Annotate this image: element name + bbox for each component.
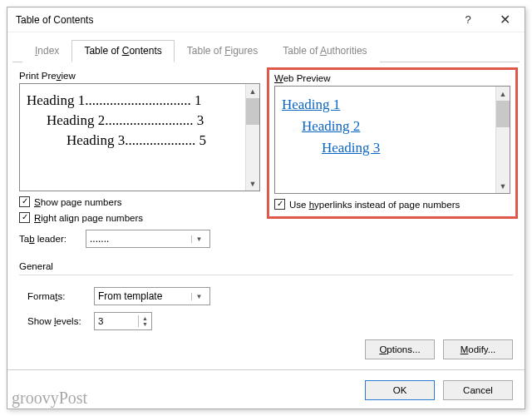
checkbox-use-hyperlinks[interactable]: Use hyperlinks instead of page numbers	[274, 199, 510, 210]
formats-select[interactable]: From template ▼	[94, 287, 210, 305]
scroll-up-icon[interactable]: ▲	[496, 87, 510, 101]
checkbox-show-page-numbers[interactable]: Show page numbers	[19, 196, 260, 207]
check-icon	[19, 212, 30, 223]
print-preview-line: Heading 1.............................. …	[27, 92, 239, 109]
print-preview-line: Heading 3.................... 5	[27, 132, 239, 149]
tab-table-of-contents[interactable]: Table of Contents	[71, 40, 174, 62]
close-button[interactable]: ✕	[486, 8, 523, 32]
scrollbar[interactable]: ▲ ▼	[245, 84, 259, 191]
tab-leader-value: .......	[90, 233, 109, 245]
tab-leader-label: Tab leader:	[19, 234, 79, 244]
help-button[interactable]: ?	[450, 8, 486, 32]
scrollbar[interactable]: ▲ ▼	[495, 87, 510, 193]
show-levels-value: 3	[95, 316, 138, 326]
tab-index[interactable]: Index	[22, 40, 71, 62]
general-label: General	[19, 261, 513, 271]
tab-table-of-figures[interactable]: Table of Figures	[175, 40, 270, 62]
print-preview-label: Print Preview	[19, 71, 260, 81]
dialog-content: Print Preview Heading 1.................…	[7, 62, 525, 409]
highlight-annotation: Web Preview Heading 1 Heading 2 Heading …	[267, 67, 518, 219]
toc-dialog: Table of Contents ? ✕ Index Table of Con…	[7, 7, 525, 409]
scroll-thumb[interactable]	[496, 101, 510, 127]
web-preview-link[interactable]: Heading 2	[282, 118, 489, 135]
check-icon	[274, 199, 285, 210]
check-icon	[19, 196, 30, 207]
window-title: Table of Contents	[16, 14, 450, 26]
tab-table-of-authorities[interactable]: Table of Authorities	[270, 40, 379, 62]
show-levels-label: Show levels:	[27, 316, 87, 326]
ok-button[interactable]: OK	[365, 380, 435, 400]
titlebar: Table of Contents ? ✕	[7, 7, 525, 32]
scroll-down-icon[interactable]: ▼	[496, 179, 510, 193]
web-preview-label: Web Preview	[274, 73, 510, 83]
formats-value: From template	[98, 290, 162, 302]
print-preview-box: Heading 1.............................. …	[19, 83, 260, 191]
options-button[interactable]: Options...	[365, 339, 435, 359]
tab-strip: Index Table of Contents Table of Figures…	[12, 32, 520, 62]
web-preview-box: Heading 1 Heading 2 Heading 3 ▲ ▼	[274, 86, 510, 194]
spinner-up-icon[interactable]: ▲	[139, 315, 151, 321]
scroll-thumb[interactable]	[246, 98, 259, 125]
formats-label: Formats:	[27, 291, 87, 301]
scroll-up-icon[interactable]: ▲	[246, 84, 259, 98]
modify-button[interactable]: Modify...	[443, 339, 513, 359]
checkbox-right-align-page-numbers[interactable]: Right align page numbers	[19, 212, 260, 223]
web-preview-link[interactable]: Heading 1	[282, 97, 489, 113]
print-preview-line: Heading 2......................... 3	[27, 112, 239, 129]
scroll-down-icon[interactable]: ▼	[246, 176, 259, 191]
show-levels-spinner[interactable]: 3 ▲ ▼	[94, 312, 152, 330]
tab-leader-select[interactable]: ....... ▼	[86, 230, 210, 248]
chevron-down-icon: ▼	[191, 293, 206, 300]
cancel-button[interactable]: Cancel	[443, 380, 513, 400]
web-preview-link[interactable]: Heading 3	[282, 140, 489, 156]
chevron-down-icon: ▼	[191, 235, 206, 243]
spinner-down-icon[interactable]: ▼	[139, 321, 151, 327]
